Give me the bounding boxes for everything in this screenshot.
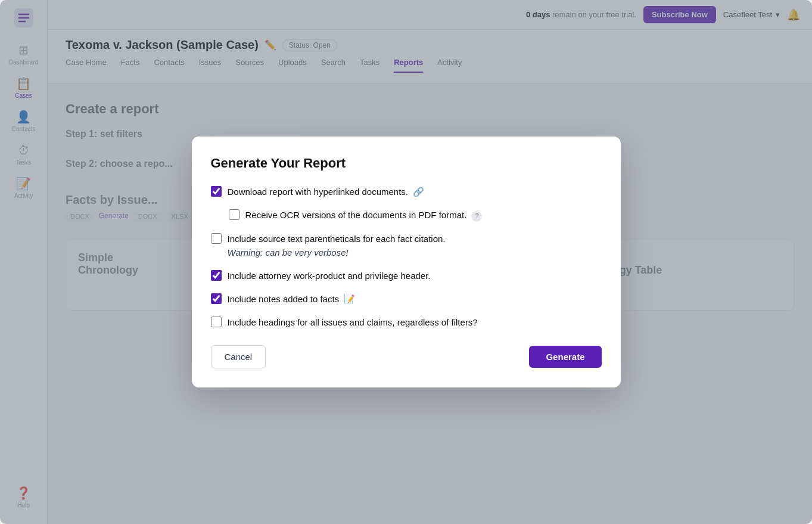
notes-checkbox[interactable] [211,293,222,304]
privilege-checkbox[interactable] [211,270,222,281]
checkbox-row-headings: Include headings for all issues and clai… [211,316,602,328]
notes-label[interactable]: Include notes added to facts 📝 [228,293,356,305]
generate-button[interactable]: Generate [529,346,601,368]
link-emoji: 🔗 [413,187,424,197]
privilege-label[interactable]: Include attorney work-product and privil… [228,269,431,282]
checkbox-row-parentheticals: Include source text parentheticals for e… [211,232,602,259]
checkbox-row-privilege: Include attorney work-product and privil… [211,269,602,282]
cancel-button[interactable]: Cancel [211,345,266,368]
checkbox-row-notes: Include notes added to facts 📝 [211,293,602,305]
checkbox-row-hyperlinks: Download report with hyperlinked documen… [211,185,602,198]
headings-checkbox[interactable] [211,317,222,327]
parentheticals-label[interactable]: Include source text parentheticals for e… [228,232,446,259]
hyperlinks-label[interactable]: Download report with hyperlinked documen… [228,185,425,198]
headings-label[interactable]: Include headings for all issues and clai… [228,316,478,328]
app-background: ⊞ Dashboard 📋 Cases 👤 Contacts ⏱ Tasks 📝… [0,0,812,524]
modal-backdrop: Generate Your Report Download report wit… [0,0,812,524]
parentheticals-checkbox[interactable] [211,233,222,244]
modal-footer: Cancel Generate [211,345,602,368]
hyperlinks-checkbox[interactable] [211,186,222,197]
notes-emoji: 📝 [344,294,355,304]
checkbox-row-ocr: Receive OCR versions of the documents in… [229,209,602,222]
ocr-checkbox[interactable] [229,209,239,220]
generate-report-modal: Generate Your Report Download report wit… [192,137,621,387]
ocr-help-icon[interactable]: ? [471,211,482,222]
modal-title: Generate Your Report [211,156,602,171]
ocr-label[interactable]: Receive OCR versions of the documents in… [245,209,483,222]
